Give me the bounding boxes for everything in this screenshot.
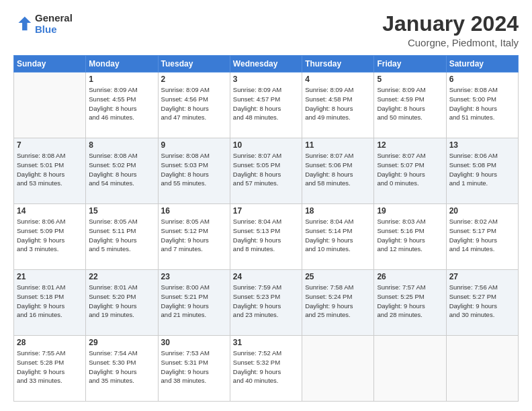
day-number: 4	[305, 75, 371, 84]
day-number: 24	[233, 272, 299, 281]
calendar-cell: 29Sunrise: 7:54 AM Sunset: 5:30 PM Dayli…	[86, 336, 158, 402]
calendar-table: SundayMondayTuesdayWednesdayThursdayFrid…	[13, 55, 519, 402]
calendar-cell	[14, 73, 86, 138]
logo-text: General Blue	[35, 12, 73, 35]
title-block: January 2024 Cuorgne, Piedmont, Italy	[382, 12, 519, 48]
weekday-header-tuesday: Tuesday	[158, 56, 230, 73]
day-info: Sunrise: 7:53 AM Sunset: 5:31 PM Dayligh…	[161, 349, 227, 385]
logo-icon	[13, 14, 32, 33]
calendar-cell: 1Sunrise: 8:09 AM Sunset: 4:55 PM Daylig…	[86, 73, 158, 138]
svg-marker-0	[18, 17, 31, 31]
calendar-cell: 12Sunrise: 8:07 AM Sunset: 5:07 PM Dayli…	[374, 138, 446, 204]
day-number: 20	[449, 206, 515, 216]
calendar-cell: 13Sunrise: 8:06 AM Sunset: 5:08 PM Dayli…	[446, 138, 518, 204]
day-number: 17	[233, 206, 299, 216]
day-number: 10	[233, 140, 299, 150]
calendar-cell: 5Sunrise: 8:09 AM Sunset: 4:59 PM Daylig…	[374, 73, 446, 138]
calendar-cell: 2Sunrise: 8:09 AM Sunset: 4:56 PM Daylig…	[158, 73, 230, 138]
day-info: Sunrise: 8:02 AM Sunset: 5:17 PM Dayligh…	[449, 217, 515, 254]
day-info: Sunrise: 7:57 AM Sunset: 5:25 PM Dayligh…	[377, 283, 443, 320]
day-info: Sunrise: 8:06 AM Sunset: 5:08 PM Dayligh…	[449, 151, 515, 188]
calendar-week-row: 7Sunrise: 8:08 AM Sunset: 5:01 PM Daylig…	[14, 138, 519, 204]
day-number: 27	[449, 272, 515, 281]
day-info: Sunrise: 8:09 AM Sunset: 4:56 PM Dayligh…	[161, 85, 227, 122]
day-info: Sunrise: 8:08 AM Sunset: 5:03 PM Dayligh…	[161, 151, 227, 188]
weekday-header-wednesday: Wednesday	[230, 56, 302, 73]
day-number: 29	[89, 338, 154, 347]
day-info: Sunrise: 7:52 AM Sunset: 5:32 PM Dayligh…	[233, 349, 299, 385]
day-info: Sunrise: 8:07 AM Sunset: 5:05 PM Dayligh…	[233, 151, 299, 188]
day-info: Sunrise: 7:59 AM Sunset: 5:23 PM Dayligh…	[233, 283, 299, 320]
calendar-cell: 7Sunrise: 8:08 AM Sunset: 5:01 PM Daylig…	[14, 138, 86, 204]
calendar-cell: 3Sunrise: 8:09 AM Sunset: 4:57 PM Daylig…	[230, 73, 302, 138]
calendar-week-row: 28Sunrise: 7:55 AM Sunset: 5:28 PM Dayli…	[14, 336, 519, 402]
day-number: 14	[17, 206, 83, 216]
day-number: 9	[161, 140, 227, 150]
calendar-cell: 25Sunrise: 7:58 AM Sunset: 5:24 PM Dayli…	[302, 270, 374, 336]
calendar-cell: 19Sunrise: 8:03 AM Sunset: 5:16 PM Dayli…	[374, 204, 446, 270]
day-number: 7	[17, 140, 83, 150]
day-number: 11	[305, 140, 371, 150]
header: General Blue January 2024 Cuorgne, Piedm…	[13, 12, 519, 48]
day-number: 1	[89, 75, 154, 84]
calendar-cell	[302, 336, 374, 402]
day-info: Sunrise: 8:08 AM Sunset: 5:02 PM Dayligh…	[89, 151, 154, 188]
logo-line1: General	[35, 12, 73, 24]
day-number: 12	[377, 140, 443, 150]
calendar-week-row: 21Sunrise: 8:01 AM Sunset: 5:18 PM Dayli…	[14, 270, 519, 336]
calendar-cell: 16Sunrise: 8:05 AM Sunset: 5:12 PM Dayli…	[158, 204, 230, 270]
calendar-cell: 27Sunrise: 7:56 AM Sunset: 5:27 PM Dayli…	[446, 270, 518, 336]
day-info: Sunrise: 8:01 AM Sunset: 5:18 PM Dayligh…	[17, 283, 83, 320]
calendar-cell: 26Sunrise: 7:57 AM Sunset: 5:25 PM Dayli…	[374, 270, 446, 336]
calendar-cell: 10Sunrise: 8:07 AM Sunset: 5:05 PM Dayli…	[230, 138, 302, 204]
day-number: 18	[305, 206, 371, 216]
day-info: Sunrise: 8:07 AM Sunset: 5:07 PM Dayligh…	[377, 151, 443, 188]
day-info: Sunrise: 8:08 AM Sunset: 5:01 PM Dayligh…	[17, 151, 83, 188]
day-number: 23	[161, 272, 227, 281]
calendar-cell: 4Sunrise: 8:09 AM Sunset: 4:58 PM Daylig…	[302, 73, 374, 138]
day-info: Sunrise: 8:09 AM Sunset: 4:59 PM Dayligh…	[377, 85, 443, 122]
calendar-cell: 8Sunrise: 8:08 AM Sunset: 5:02 PM Daylig…	[86, 138, 158, 204]
calendar-cell: 6Sunrise: 8:08 AM Sunset: 5:00 PM Daylig…	[446, 73, 518, 138]
calendar-week-row: 1Sunrise: 8:09 AM Sunset: 4:55 PM Daylig…	[14, 73, 519, 138]
calendar-cell: 17Sunrise: 8:04 AM Sunset: 5:13 PM Dayli…	[230, 204, 302, 270]
weekday-header-sunday: Sunday	[14, 56, 86, 73]
day-info: Sunrise: 7:55 AM Sunset: 5:28 PM Dayligh…	[17, 349, 83, 385]
calendar-cell: 23Sunrise: 8:00 AM Sunset: 5:21 PM Dayli…	[158, 270, 230, 336]
day-number: 30	[161, 338, 227, 347]
calendar-cell: 9Sunrise: 8:08 AM Sunset: 5:03 PM Daylig…	[158, 138, 230, 204]
day-info: Sunrise: 7:58 AM Sunset: 5:24 PM Dayligh…	[305, 283, 371, 320]
day-info: Sunrise: 8:09 AM Sunset: 4:55 PM Dayligh…	[89, 85, 154, 122]
day-number: 3	[233, 75, 299, 84]
weekday-header-thursday: Thursday	[302, 56, 374, 73]
weekday-header-saturday: Saturday	[446, 56, 518, 73]
day-number: 5	[377, 75, 443, 84]
calendar-cell: 30Sunrise: 7:53 AM Sunset: 5:31 PM Dayli…	[158, 336, 230, 402]
subtitle: Cuorgne, Piedmont, Italy	[382, 37, 519, 48]
day-number: 8	[89, 140, 154, 150]
day-number: 26	[377, 272, 443, 281]
weekday-header-row: SundayMondayTuesdayWednesdayThursdayFrid…	[14, 56, 519, 73]
day-number: 28	[17, 338, 83, 347]
day-number: 22	[89, 272, 154, 281]
day-info: Sunrise: 7:56 AM Sunset: 5:27 PM Dayligh…	[449, 283, 515, 320]
day-info: Sunrise: 8:00 AM Sunset: 5:21 PM Dayligh…	[161, 283, 227, 320]
day-number: 19	[377, 206, 443, 216]
day-info: Sunrise: 8:09 AM Sunset: 4:57 PM Dayligh…	[233, 85, 299, 122]
calendar-cell: 11Sunrise: 8:07 AM Sunset: 5:06 PM Dayli…	[302, 138, 374, 204]
calendar-cell	[374, 336, 446, 402]
calendar-week-row: 14Sunrise: 8:06 AM Sunset: 5:09 PM Dayli…	[14, 204, 519, 270]
day-number: 21	[17, 272, 83, 281]
calendar-cell: 15Sunrise: 8:05 AM Sunset: 5:11 PM Dayli…	[86, 204, 158, 270]
calendar-cell: 24Sunrise: 7:59 AM Sunset: 5:23 PM Dayli…	[230, 270, 302, 336]
day-number: 13	[449, 140, 515, 150]
calendar-cell: 14Sunrise: 8:06 AM Sunset: 5:09 PM Dayli…	[14, 204, 86, 270]
day-info: Sunrise: 8:05 AM Sunset: 5:11 PM Dayligh…	[89, 217, 154, 254]
day-info: Sunrise: 8:03 AM Sunset: 5:16 PM Dayligh…	[377, 217, 443, 254]
weekday-header-friday: Friday	[374, 56, 446, 73]
page: General Blue January 2024 Cuorgne, Piedm…	[0, 0, 532, 411]
logo-line2: Blue	[35, 24, 73, 35]
main-title: January 2024	[382, 12, 519, 36]
day-info: Sunrise: 8:05 AM Sunset: 5:12 PM Dayligh…	[161, 217, 227, 254]
day-info: Sunrise: 8:04 AM Sunset: 5:13 PM Dayligh…	[233, 217, 299, 254]
